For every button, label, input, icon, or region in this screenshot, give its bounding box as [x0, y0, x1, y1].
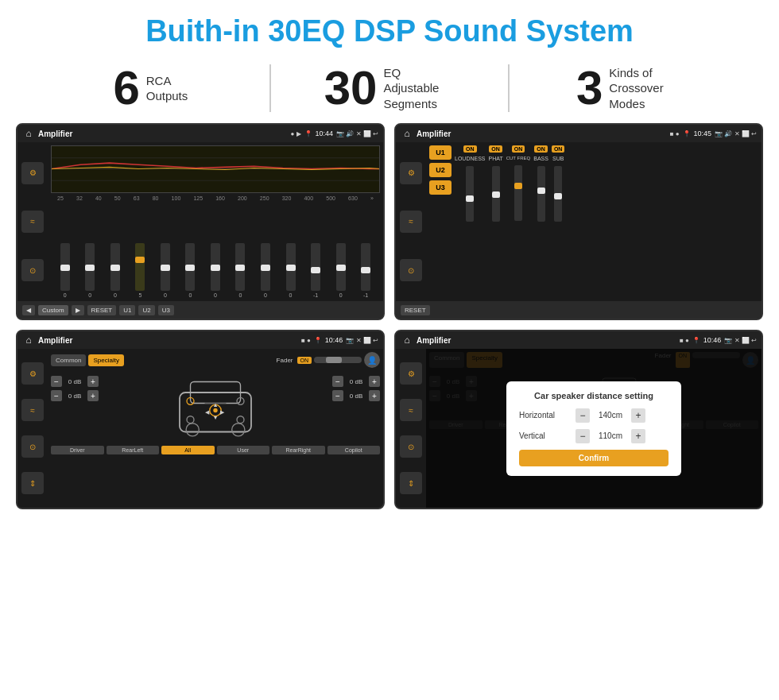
eq-freq-250: 250: [260, 195, 269, 201]
cross-home-icon[interactable]: ⌂: [22, 334, 35, 346]
cross-sidebar-btn-3[interactable]: ⊙: [21, 435, 44, 458]
bass-on[interactable]: ON: [534, 145, 548, 153]
eq-slider-6[interactable]: 0: [211, 243, 220, 298]
cross-tab-specialty[interactable]: Specialty: [88, 354, 123, 366]
stat-number-6: 6: [113, 64, 139, 112]
horizontal-minus-btn[interactable]: −: [576, 408, 590, 423]
db-plus-br[interactable]: +: [369, 390, 380, 401]
driver-btn[interactable]: Driver: [51, 446, 104, 454]
rearleft-btn[interactable]: RearLeft: [107, 446, 160, 454]
rearright-btn[interactable]: RearRight: [272, 446, 325, 454]
amp-u3-btn[interactable]: U3: [429, 180, 452, 195]
eq-u3-btn[interactable]: U3: [158, 305, 174, 315]
all-btn[interactable]: All: [161, 446, 215, 454]
db-minus-tl[interactable]: −: [51, 376, 62, 387]
amp-sidebar: ⚙ ≈ ⊙: [396, 142, 426, 301]
eq-slider-10[interactable]: -1: [311, 243, 320, 298]
eq-val-0: 0: [64, 292, 67, 298]
db-plus-tr[interactable]: +: [369, 376, 380, 387]
amp-location: 📍: [683, 130, 691, 137]
eq-reset-btn[interactable]: RESET: [87, 305, 117, 315]
db-control-tr: − 0 dB +: [332, 376, 380, 387]
copilot-btn[interactable]: Copilot: [327, 446, 381, 454]
amp-time: 10:45: [694, 130, 712, 137]
dist-sidebar-btn-1[interactable]: ⚙: [400, 362, 422, 385]
cutfreq-slider[interactable]: [514, 165, 522, 221]
amp-bottom: RESET: [396, 301, 762, 319]
eq-sidebar-btn-2[interactable]: ≈: [21, 211, 44, 233]
amp-sidebar-btn-1[interactable]: ⚙: [400, 162, 422, 184]
fader-on-badge[interactable]: ON: [297, 357, 312, 364]
eq-track-10: [311, 243, 320, 291]
eq-sidebar-btn-3[interactable]: ⊙: [21, 259, 44, 281]
dist-sidebar-btn-4[interactable]: ⇕: [400, 472, 422, 494]
amp-reset-btn[interactable]: RESET: [401, 305, 430, 315]
eq-sliders-row: 0 0 0 5 0: [51, 203, 380, 298]
svg-text:◀: ◀: [205, 408, 210, 416]
phat-on[interactable]: ON: [489, 145, 502, 153]
amp-sidebar-btn-2[interactable]: ≈: [400, 211, 422, 233]
cross-sidebar-btn-2[interactable]: ≈: [21, 399, 44, 421]
dialog-vertical-row: Vertical − 110cm +: [519, 429, 669, 443]
db-plus-bl[interactable]: +: [87, 390, 99, 401]
dist-sidebar-btn-2[interactable]: ≈: [400, 399, 422, 421]
eq-slider-1[interactable]: 0: [85, 243, 95, 298]
db-plus-tl[interactable]: +: [87, 376, 99, 387]
bass-label: BASS: [533, 156, 548, 161]
sub-slider[interactable]: [554, 166, 562, 222]
amp-dots: ■ ●: [670, 130, 680, 137]
stat-number-3: 3: [576, 64, 603, 112]
confirm-button[interactable]: Confirm: [519, 450, 669, 466]
dialog-horizontal-row: Horizontal − 140cm +: [519, 408, 669, 423]
phat-label: PHAT: [489, 156, 503, 161]
eq-freq-25: 25: [57, 195, 64, 201]
vertical-minus-btn[interactable]: −: [576, 429, 590, 443]
cross-sidebar-btn-1[interactable]: ⚙: [21, 362, 44, 385]
eq-val-5: 0: [188, 292, 192, 298]
db-value-tl: 0 dB: [64, 378, 86, 385]
user-btn[interactable]: User: [217, 446, 270, 454]
eq-slider-3[interactable]: 5: [135, 243, 145, 298]
eq-slider-9[interactable]: 0: [286, 243, 296, 298]
db-minus-bl[interactable]: −: [51, 390, 62, 401]
sub-on[interactable]: ON: [552, 145, 565, 153]
db-minus-tr[interactable]: −: [332, 376, 343, 387]
eq-val-12: -1: [363, 292, 368, 298]
eq-slider-0[interactable]: 0: [60, 243, 70, 298]
eq-track-8: [261, 243, 270, 291]
eq-u2-btn[interactable]: U2: [138, 305, 154, 315]
eq-u1-btn[interactable]: U1: [119, 305, 135, 315]
eq-sidebar-btn-1[interactable]: ⚙: [21, 162, 44, 184]
vertical-plus-btn[interactable]: +: [631, 429, 645, 443]
loudness-on[interactable]: ON: [463, 145, 477, 153]
dist-home-icon[interactable]: ⌂: [401, 334, 413, 346]
eq-prev-btn[interactable]: ◀: [22, 305, 35, 315]
eq-slider-4[interactable]: 0: [161, 243, 170, 298]
cross-sidebar-btn-4[interactable]: ⇕: [21, 472, 44, 494]
eq-slider-2[interactable]: 0: [110, 243, 120, 298]
cross-tab-common[interactable]: Common: [51, 354, 86, 366]
amp-u1-btn[interactable]: U1: [429, 145, 452, 160]
amp-u2-btn[interactable]: U2: [429, 163, 452, 177]
cutfreq-on[interactable]: ON: [512, 145, 525, 153]
fader-slider-track[interactable]: [314, 357, 362, 363]
amp-home-icon[interactable]: ⌂: [401, 127, 413, 140]
loudness-slider[interactable]: [466, 166, 474, 222]
eq-next-btn[interactable]: ▶: [72, 305, 84, 315]
db-minus-br[interactable]: −: [332, 390, 343, 401]
amp-sidebar-btn-3[interactable]: ⊙: [400, 259, 422, 281]
bass-slider[interactable]: [537, 166, 545, 222]
home-icon[interactable]: ⌂: [22, 127, 35, 140]
amp-sub-col: ON SUB: [552, 145, 565, 298]
phat-slider[interactable]: [492, 166, 500, 222]
eq-slider-12[interactable]: -1: [361, 243, 370, 298]
eq-slider-7[interactable]: 0: [235, 243, 245, 298]
eq-slider-11[interactable]: 0: [336, 243, 346, 298]
profile-icon[interactable]: 👤: [364, 352, 380, 368]
horizontal-plus-btn[interactable]: +: [631, 408, 645, 423]
eq-preset-custom[interactable]: Custom: [38, 305, 68, 315]
eq-slider-5[interactable]: 0: [185, 243, 195, 298]
eq-slider-8[interactable]: 0: [261, 243, 270, 298]
stat-text-rca: RCAOutputs: [146, 73, 188, 104]
dist-sidebar-btn-3[interactable]: ⊙: [400, 435, 422, 458]
